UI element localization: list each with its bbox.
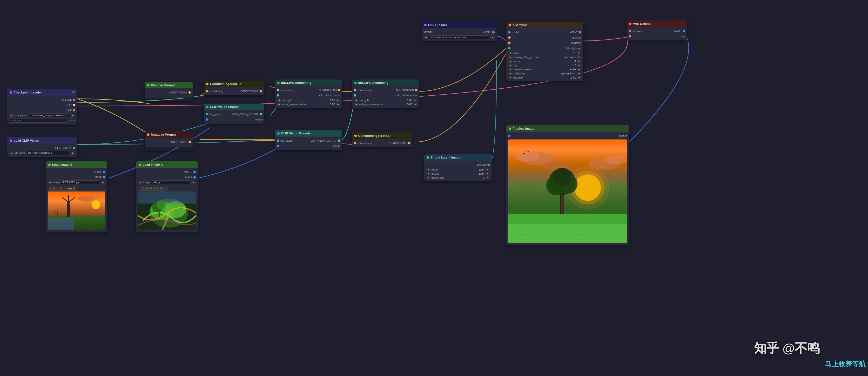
cve1-image-in[interactable]	[206, 118, 208, 121]
lib-img-prev[interactable]: ◄	[48, 181, 52, 184]
unet-prev-btn[interactable]: ◄	[424, 36, 428, 39]
ks-sched-next[interactable]: ►	[577, 72, 581, 75]
czo1-out-port[interactable]	[259, 90, 262, 93]
ks-latent-out[interactable]	[579, 31, 581, 33]
ks-steps-next[interactable]: ►	[577, 60, 581, 63]
el-width-prev[interactable]: ◄	[426, 168, 431, 171]
lib-image-out-label: IMAGE	[48, 171, 102, 173]
uc1-out-label: CONDITIONING	[294, 89, 337, 92]
el-batch-val: 1	[476, 176, 485, 179]
el-height-next[interactable]: ►	[486, 172, 490, 175]
unet-next-btn[interactable]: ►	[490, 36, 495, 39]
checkpoint-loader-title: Checkpoint Loader	[13, 91, 42, 94]
el-height-prev[interactable]: ◄	[426, 172, 431, 175]
el-latent-out[interactable]	[487, 164, 490, 166]
czo1-cond-in[interactable]	[206, 90, 208, 93]
uc1-clip-in[interactable]	[277, 94, 279, 97]
lia-img-prev[interactable]: ◄	[138, 181, 143, 184]
ks-cfg-prev[interactable]: ◄	[508, 64, 513, 67]
vae-output-port[interactable]	[73, 109, 75, 111]
lia-upload-btn[interactable]: choose file to upload	[138, 186, 168, 191]
model-output-port[interactable]	[73, 99, 75, 101]
el-width-next[interactable]: ►	[486, 168, 490, 171]
ckpt-name-input[interactable]	[30, 113, 70, 117]
example-input[interactable]	[9, 118, 67, 123]
ks-seed-next[interactable]: ►	[577, 51, 581, 55]
unet-model-out[interactable]	[492, 31, 495, 33]
uc2-noise-next[interactable]: ►	[413, 103, 417, 106]
clip-output-row: CLIP	[7, 102, 77, 108]
ckpt-prev-btn[interactable]: ◄	[9, 114, 13, 117]
clip-output-port[interactable]	[73, 104, 75, 106]
vae-image-out[interactable]	[683, 30, 685, 32]
ks-cfg-next[interactable]: ►	[577, 64, 581, 67]
cve1-out-port[interactable]	[259, 113, 262, 115]
lia-image-input[interactable]	[151, 180, 190, 184]
ks-pos-row: positive	[506, 35, 583, 40]
lia-img-next[interactable]: ►	[191, 181, 196, 184]
lib-image-out[interactable]	[103, 171, 105, 173]
czo2-cond-in[interactable]	[354, 142, 356, 144]
lib-image-input[interactable]	[61, 180, 100, 184]
lia-mask-out[interactable]	[193, 176, 196, 178]
uc2-strength-prev[interactable]: ◄	[354, 99, 358, 102]
ks-neg-in[interactable]	[508, 42, 510, 44]
empty-latent-node: Empty Latent Image LATENT ◄ width 1024 ►…	[424, 154, 492, 181]
uc1-noise-prev[interactable]: ◄	[277, 103, 281, 106]
preview-images-in[interactable]	[508, 135, 510, 137]
uc2-out-port[interactable]	[415, 89, 417, 91]
vae-samples-in[interactable]	[629, 30, 631, 32]
empty-latent-header: Empty Latent Image	[424, 154, 492, 161]
cve2-image-in[interactable]	[277, 145, 279, 147]
empty-latent-title: Empty Latent Image	[431, 156, 460, 159]
unet-name-input[interactable]	[429, 35, 489, 39]
vae-vae-in[interactable]	[629, 35, 631, 38]
clip-vision-output-port[interactable]	[73, 147, 75, 149]
refresh-icon[interactable]: ↺	[72, 91, 75, 94]
neg-cond-port[interactable]	[188, 141, 191, 143]
vae-decode-title: VAE Decode	[633, 22, 651, 26]
czo2-out-port[interactable]	[408, 142, 410, 144]
cve2-clip-in[interactable]	[277, 139, 279, 142]
clip-next-btn[interactable]: ►	[71, 151, 75, 155]
ks-steps-prev[interactable]: ◄	[508, 60, 513, 63]
el-batch-next[interactable]: ►	[486, 176, 490, 179]
ks-sampler-next[interactable]: ►	[577, 68, 581, 71]
ks-denoise-next[interactable]: ►	[577, 76, 581, 79]
ks-cag-prev[interactable]: ◄	[508, 56, 513, 59]
ks-seed-prev[interactable]: ◄	[508, 51, 513, 55]
ks-cag-next[interactable]: ►	[577, 56, 581, 59]
uc1-strength-prev[interactable]: ◄	[277, 99, 281, 102]
cve1-clip-in[interactable]	[206, 113, 208, 115]
ckpt-next-btn[interactable]: ►	[71, 114, 75, 117]
pos-cond-port[interactable]	[188, 91, 191, 94]
uc1-cond-in[interactable]	[277, 89, 279, 91]
ks-denoise-prev[interactable]: ◄	[508, 76, 513, 79]
ks-pos-in[interactable]	[508, 36, 510, 39]
uc2-noise-prev[interactable]: ◄	[354, 103, 358, 106]
uc2-cond-in[interactable]	[354, 89, 356, 91]
el-batch-prev[interactable]: ◄	[426, 176, 431, 179]
clip-name-input[interactable]	[27, 151, 70, 155]
ks-sched-prev[interactable]: ◄	[508, 72, 513, 75]
clip-prev-btn[interactable]: ◄	[9, 151, 13, 155]
lia-image-out[interactable]	[193, 171, 196, 173]
czo2-dot	[354, 135, 357, 137]
lib-img-next[interactable]: ►	[101, 181, 105, 184]
lib-upload-btn[interactable]: choose file to upload	[48, 186, 78, 191]
watermark-text: 知乎 @不鸣	[754, 340, 820, 357]
uc1-noise-next[interactable]: ►	[336, 103, 340, 106]
uc1-noise-row: ◄ noise_augmentation 0.00 ►	[275, 102, 342, 106]
uc1-strength-next[interactable]: ►	[336, 99, 340, 102]
ks-model-in[interactable]	[508, 31, 510, 33]
ks-latent-in[interactable]	[508, 47, 510, 49]
cve2-out-port[interactable]	[338, 139, 340, 142]
lib-mask-out[interactable]	[103, 176, 105, 178]
preview-images-label: images	[619, 134, 627, 137]
uc1-header: unCLIPConditioning	[275, 79, 342, 86]
ks-seed-val: 12	[568, 52, 576, 55]
uc2-strength-next[interactable]: ►	[413, 99, 417, 102]
ks-sampler-prev[interactable]: ◄	[508, 68, 513, 71]
uc1-out-port[interactable]	[338, 89, 340, 91]
uc2-clip-in[interactable]	[354, 94, 356, 97]
